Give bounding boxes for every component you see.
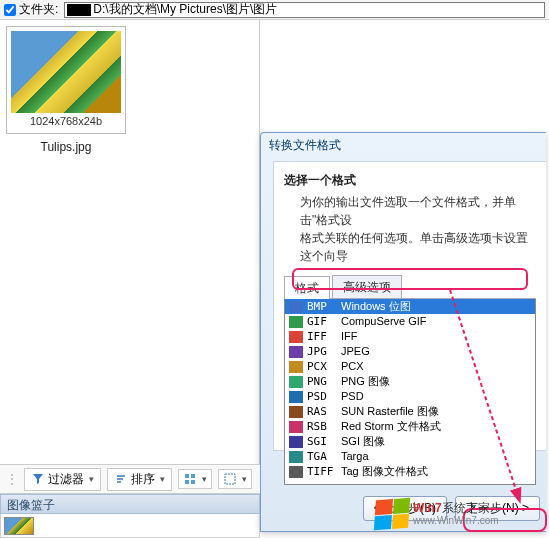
filter-label: 过滤器 — [48, 471, 84, 488]
sort-icon — [114, 472, 128, 486]
format-ext: GIF — [307, 314, 341, 329]
format-ext: BMP — [307, 299, 341, 314]
format-icon — [289, 301, 303, 313]
tab-strip: 格式 高级选项 — [284, 275, 536, 299]
format-ext: TGA — [307, 449, 341, 464]
format-row-ras[interactable]: RASSUN Rasterfile 图像 — [285, 404, 535, 419]
format-desc: PSD — [341, 389, 531, 404]
sort-label: 排序 — [131, 471, 155, 488]
image-basket-title: 图像篮子 — [7, 498, 55, 512]
section-title: 选择一个格式 — [284, 172, 536, 189]
divider-handle-icon: ⋮ — [6, 472, 18, 486]
format-desc: SUN Rasterfile 图像 — [341, 404, 531, 419]
format-row-sgi[interactable]: SGISGI 图像 — [285, 434, 535, 449]
funnel-icon — [31, 472, 45, 486]
format-desc: SGI 图像 — [341, 434, 531, 449]
format-desc: IFF — [341, 329, 531, 344]
thumbnail-image — [11, 31, 121, 113]
format-ext: PSD — [307, 389, 341, 404]
tab-advanced[interactable]: 高级选项 — [332, 275, 402, 298]
format-row-iff[interactable]: IFFIFF — [285, 329, 535, 344]
format-ext: RSB — [307, 419, 341, 434]
format-row-jpg[interactable]: JPGJPEG — [285, 344, 535, 359]
format-desc: Windows 位图 — [341, 299, 531, 314]
format-desc: Tag 图像文件格式 — [341, 464, 531, 479]
thumbnail-pane: 1024x768x24b Tulips.jpg — [0, 20, 260, 464]
format-ext: IFF — [307, 329, 341, 344]
format-icon — [289, 436, 303, 448]
format-ext: JPG — [307, 344, 341, 359]
chevron-down-icon: ▾ — [202, 474, 207, 484]
format-desc: CompuServe GIF — [341, 314, 531, 329]
dialog-title: 转换文件格式 — [261, 133, 546, 157]
format-ext: SGI — [307, 434, 341, 449]
sort-button[interactable]: 排序 ▾ — [107, 468, 172, 491]
format-icon — [289, 346, 303, 358]
format-icon — [289, 391, 303, 403]
windows-flag-icon — [374, 498, 410, 530]
select-icon — [223, 472, 237, 486]
chevron-down-icon: ▾ — [242, 474, 247, 484]
format-desc: PCX — [341, 359, 531, 374]
watermark: Win7系统之家 www.WinWin7.com — [375, 494, 545, 534]
format-list[interactable]: BMPWindows 位图GIFCompuServe GIFIFFIFFJPGJ… — [284, 299, 536, 485]
folder-path-text: D:\我的文档\My Pictures\图片\图片 — [93, 1, 277, 18]
thumbnail-filename: Tulips.jpg — [6, 140, 126, 154]
folder-bar: 文件夹: D:\我的文档\My Pictures\图片\图片 — [0, 0, 549, 20]
format-desc: Red Storm 文件格式 — [341, 419, 531, 434]
format-row-gif[interactable]: GIFCompuServe GIF — [285, 314, 535, 329]
svg-rect-3 — [185, 480, 189, 484]
format-icon — [289, 316, 303, 328]
format-row-psd[interactable]: PSDPSD — [285, 389, 535, 404]
format-ext: TIFF — [307, 464, 341, 479]
format-desc: JPEG — [341, 344, 531, 359]
tab-format[interactable]: 格式 — [284, 276, 330, 299]
format-desc: Targa — [341, 449, 531, 464]
view-mode-button[interactable]: ▾ — [178, 469, 212, 489]
format-icon — [289, 331, 303, 343]
format-icon — [289, 421, 303, 433]
section-description: 为你的输出文件选取一个文件格式，并单击"格式设 格式关联的任何选项。单击高级选项… — [300, 193, 536, 265]
format-icon — [289, 376, 303, 388]
format-row-tga[interactable]: TGATarga — [285, 449, 535, 464]
svg-rect-4 — [191, 480, 195, 484]
format-row-bmp[interactable]: BMPWindows 位图 — [285, 299, 535, 314]
format-icon — [289, 451, 303, 463]
format-row-png[interactable]: PNGPNG 图像 — [285, 374, 535, 389]
chevron-down-icon: ▾ — [89, 474, 94, 484]
folder-checkbox[interactable] — [4, 4, 16, 16]
thumbnail-card[interactable]: 1024x768x24b Tulips.jpg — [6, 26, 126, 154]
format-row-rsb[interactable]: RSBRed Storm 文件格式 — [285, 419, 535, 434]
svg-rect-1 — [185, 474, 189, 478]
image-basket-header[interactable]: 图像篮子 — [0, 494, 260, 514]
format-icon — [289, 406, 303, 418]
format-row-tiff[interactable]: TIFFTag 图像文件格式 — [285, 464, 535, 479]
svg-rect-2 — [191, 474, 195, 478]
format-ext: PNG — [307, 374, 341, 389]
dialog-body: 选择一个格式 为你的输出文件选取一个文件格式，并单击"格式设 格式关联的任何选项… — [273, 161, 546, 451]
svg-rect-5 — [225, 474, 235, 484]
format-row-pcx[interactable]: PCXPCX — [285, 359, 535, 374]
format-ext: RAS — [307, 404, 341, 419]
folder-path-input[interactable]: D:\我的文档\My Pictures\图片\图片 — [64, 2, 545, 18]
folder-checkbox-label[interactable]: 文件夹: — [4, 1, 58, 18]
select-mode-button[interactable]: ▾ — [218, 469, 252, 489]
image-basket-body — [0, 514, 260, 538]
bottom-toolbar: ⋮ 过滤器 ▾ 排序 ▾ ▾ ▾ — [0, 464, 260, 494]
drive-icon — [67, 4, 91, 16]
basket-thumbnail[interactable] — [4, 517, 34, 535]
format-icon — [289, 466, 303, 478]
convert-format-dialog: 转换文件格式 选择一个格式 为你的输出文件选取一个文件格式，并单击"格式设 格式… — [260, 132, 546, 532]
thumbnail-dimensions: 1024x768x24b — [11, 113, 121, 129]
chevron-down-icon: ▾ — [160, 474, 165, 484]
format-ext: PCX — [307, 359, 341, 374]
watermark-text: Win7系统之家 www.WinWin7.com — [413, 502, 499, 526]
grid-icon — [183, 472, 197, 486]
thumbnail-frame: 1024x768x24b — [6, 26, 126, 134]
filter-button[interactable]: 过滤器 ▾ — [24, 468, 101, 491]
folder-label: 文件夹: — [19, 1, 58, 18]
format-icon — [289, 361, 303, 373]
format-desc: PNG 图像 — [341, 374, 531, 389]
